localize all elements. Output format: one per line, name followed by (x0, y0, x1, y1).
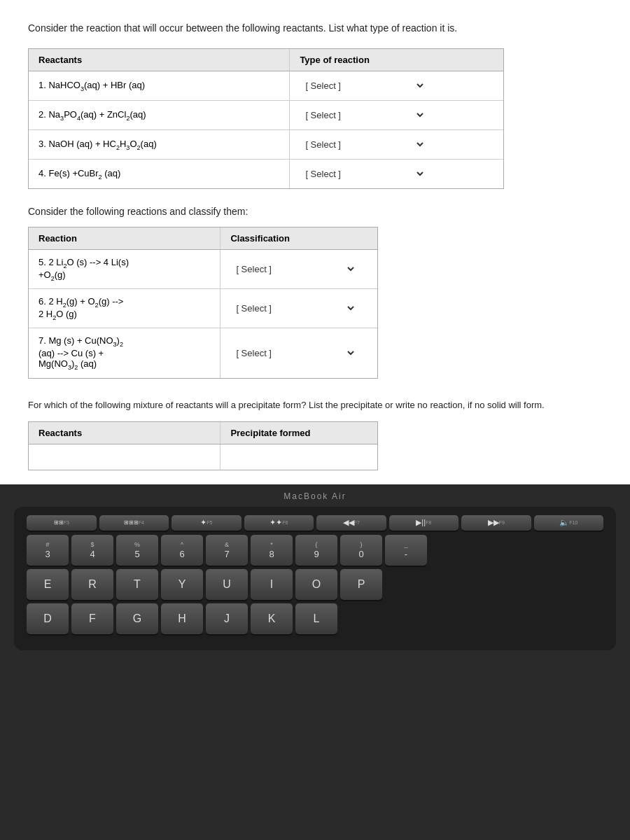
classify-select-cell-5: [ Select ] (220, 250, 377, 289)
table-row: 3. NaOH (aq) + HC2H3O2(aq) [ Select ] (29, 130, 503, 160)
reaction-select-4[interactable]: [ Select ] (300, 167, 426, 181)
key-6[interactable]: ^ 6 (161, 535, 203, 566)
classify-select-6[interactable]: [ Select ] (230, 301, 356, 316)
reactant-1: 1. NaHCO3(aq) + HBr (aq) (29, 71, 290, 101)
classify-select-cell-6: [ Select ] (220, 289, 377, 328)
reactant-4: 4. Fe(s) +CuBr2 (aq) (29, 160, 290, 189)
fn-row: ⊞⊞ F3 ⊞⊞⊞ F4 ✦ F5 ✦✦ F6 ◀◀ F7 ▶|| F8 (27, 515, 603, 531)
reactant-3: 3. NaOH (aq) + HC2H3O2(aq) (29, 130, 290, 160)
key-7[interactable]: & 7 (206, 535, 248, 566)
select-cell-4: [ Select ] (290, 160, 503, 189)
key-5[interactable]: % 5 (116, 535, 158, 566)
precip-col1-header: Reactants (29, 422, 220, 444)
key-g[interactable]: G (116, 603, 158, 634)
key-l[interactable]: L (295, 603, 337, 634)
table-row: 1. NaHCO3(aq) + HBr (aq) [ Select ] (29, 71, 503, 101)
f3-key[interactable]: ⊞⊞ F3 (27, 515, 97, 531)
key-dash[interactable]: _ - (385, 535, 427, 566)
select-cell-2: [ Select ] (290, 101, 503, 130)
col1-header: Reactants (29, 49, 290, 71)
table-row: 7. Mg (s) + Cu(NO3)2(aq) ‑‑> Cu (s) +Mg(… (29, 328, 377, 378)
table-row: 4. Fe(s) +CuBr2 (aq) [ Select ] (29, 160, 503, 189)
f6-key[interactable]: ✦✦ F6 (244, 515, 314, 531)
key-d[interactable]: D (27, 603, 69, 634)
f10-key[interactable]: 🔈 F10 (534, 515, 604, 531)
reactants-table: Reactants Type of reaction 1. NaHCO3(aq)… (28, 48, 504, 189)
classify-select-7[interactable]: [ Select ] (230, 346, 356, 360)
key-o[interactable]: O (295, 569, 337, 600)
precip-col2-header: Precipitate formed (220, 422, 377, 444)
reaction-5: 5. 2 Li2O (s) ‑‑> 4 Li(s)+O2(g) (29, 250, 220, 289)
reaction-6: 6. 2 H2(g) + O2(g) ‑‑>2 H2O (g) (29, 289, 220, 328)
key-r[interactable]: R (71, 569, 113, 600)
f5-key[interactable]: ✦ F5 (172, 515, 241, 531)
key-4[interactable]: $ 4 (71, 535, 113, 566)
table-row: 2. Na3PO4(aq) + ZnCl2(aq) [ Select ] (29, 101, 503, 130)
reaction-select-3[interactable]: [ Select ] (300, 137, 426, 152)
key-p[interactable]: P (340, 569, 382, 600)
f8-key[interactable]: ▶|| F8 (389, 515, 459, 531)
col2-header: Type of reaction (290, 49, 503, 71)
key-9[interactable]: ( 9 (295, 535, 337, 566)
asdf-row: D F G H J K L (27, 603, 603, 634)
reactant-2: 2. Na3PO4(aq) + ZnCl2(aq) (29, 101, 290, 130)
keyboard-area: MacBook Air ⊞⊞ F3 ⊞⊞⊞ F4 ✦ F5 ✦✦ F6 ◀◀ F… (0, 484, 630, 840)
key-t[interactable]: T (116, 569, 158, 600)
f9-key[interactable]: ▶▶ F9 (461, 515, 531, 531)
reaction-select-2[interactable]: [ Select ] (300, 108, 426, 122)
select-cell-1: [ Select ] (290, 71, 503, 101)
f7-key[interactable]: ◀◀ F7 (316, 515, 386, 531)
select-cell-3: [ Select ] (290, 130, 503, 160)
precip-reactant-empty (29, 444, 220, 470)
qwerty-row: E R T Y U I O P (27, 569, 603, 600)
reaction-7: 7. Mg (s) + Cu(NO3)2(aq) ‑‑> Cu (s) +Mg(… (29, 328, 220, 378)
classify-col1-header: Reaction (29, 227, 220, 250)
key-3[interactable]: # 3 (27, 535, 69, 566)
key-0[interactable]: ) 0 (340, 535, 382, 566)
table-row (29, 444, 377, 470)
key-f[interactable]: F (71, 603, 113, 634)
key-j[interactable]: J (206, 603, 248, 634)
key-i[interactable]: I (251, 569, 293, 600)
precip-formed-empty (220, 444, 377, 470)
key-h[interactable]: H (161, 603, 203, 634)
macbook-label: MacBook Air (284, 491, 346, 501)
table-row: 5. 2 Li2O (s) ‑‑> 4 Li(s)+O2(g) [ Select… (29, 250, 377, 289)
classify-select-5[interactable]: [ Select ] (230, 262, 356, 276)
reaction-select-1[interactable]: [ Select ] (300, 78, 426, 93)
section2-title: Consider the following reactions and cla… (28, 206, 602, 217)
table-row: 6. 2 H2(g) + O2(g) ‑‑>2 H2O (g) [ Select… (29, 289, 377, 328)
f4-key[interactable]: ⊞⊞⊞ F4 (99, 515, 169, 531)
classify-select-cell-7: [ Select ] (220, 328, 377, 378)
classify-col2-header: Classification (220, 227, 377, 250)
key-8[interactable]: * 8 (251, 535, 293, 566)
keyboard: ⊞⊞ F3 ⊞⊞⊞ F4 ✦ F5 ✦✦ F6 ◀◀ F7 ▶|| F8 (14, 507, 616, 650)
precipitate-table: Reactants Precipitate formed (28, 421, 378, 470)
section3-text: For which of the following mixture of re… (28, 398, 602, 412)
classify-table: Reaction Classification 5. 2 Li2O (s) ‑‑… (28, 227, 378, 379)
key-y[interactable]: Y (161, 569, 203, 600)
key-k[interactable]: K (251, 603, 293, 634)
key-u[interactable]: U (206, 569, 248, 600)
intro-text: Consider the reaction that will occur be… (28, 21, 602, 36)
number-row: # 3 $ 4 % 5 ^ 6 & 7 * 8 (27, 535, 603, 566)
key-e[interactable]: E (27, 569, 69, 600)
